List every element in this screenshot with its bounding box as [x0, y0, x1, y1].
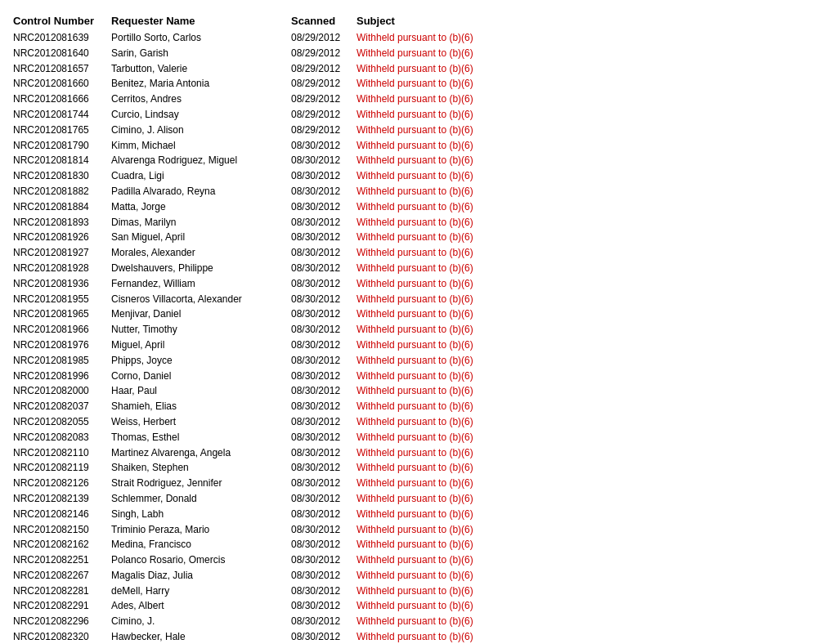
cell-control: NRC2012082037 [13, 399, 111, 414]
table-row: NRC2012081814Alvarenga Rodriguez, Miguel… [13, 153, 821, 168]
cell-scanned: 08/30/2012 [291, 230, 356, 245]
table-row: NRC2012082162Medina, Francisco08/30/2012… [13, 537, 821, 552]
cell-requester: deMell, Harry [111, 584, 291, 599]
records-table: Control Number Requester Name Scanned Su… [13, 13, 821, 644]
cell-requester: Cuadra, Ligi [111, 168, 291, 184]
cell-subject: Withheld pursuant to (b)(6) [356, 261, 821, 276]
header-requester: Requester Name [111, 13, 291, 30]
cell-control: NRC2012082281 [13, 584, 111, 599]
cell-scanned: 08/30/2012 [291, 322, 356, 338]
table-row: NRC2012082296Cimino, J.08/30/2012Withhel… [13, 614, 821, 629]
cell-subject: Withheld pursuant to (b)(6) [356, 76, 821, 92]
table-row: NRC2012081744Curcio, Lindsay08/29/2012Wi… [13, 107, 821, 123]
cell-scanned: 08/29/2012 [291, 92, 356, 107]
cell-scanned: 08/29/2012 [291, 107, 356, 123]
cell-subject: Withheld pursuant to (b)(6) [356, 184, 821, 199]
cell-control: NRC2012081976 [13, 338, 111, 353]
cell-subject: Withheld pursuant to (b)(6) [356, 598, 821, 614]
header-subject: Subject [356, 13, 821, 30]
table-row: NRC2012081976Miguel, April08/30/2012With… [13, 338, 821, 353]
cell-subject: Withheld pursuant to (b)(6) [356, 153, 821, 168]
cell-scanned: 08/30/2012 [291, 138, 356, 154]
cell-requester: Medina, Francisco [111, 537, 291, 552]
cell-control: NRC2012081639 [13, 30, 111, 46]
cell-subject: Withheld pursuant to (b)(6) [356, 476, 821, 491]
table-row: NRC2012082267Magalis Diaz, Julia08/30/20… [13, 568, 821, 584]
cell-subject: Withheld pursuant to (b)(6) [356, 522, 821, 538]
cell-subject: Withheld pursuant to (b)(6) [356, 322, 821, 338]
cell-subject: Withheld pursuant to (b)(6) [356, 107, 821, 123]
cell-requester: Matta, Jorge [111, 199, 291, 215]
table-row: NRC2012082146Singh, Labh08/30/2012Withhe… [13, 507, 821, 522]
cell-subject: Withheld pursuant to (b)(6) [356, 123, 821, 138]
cell-requester: Polanco Rosario, Omercis [111, 552, 291, 568]
cell-scanned: 08/30/2012 [291, 598, 356, 614]
cell-requester: Sarin, Garish [111, 46, 291, 61]
table-row: NRC2012081893Dimas, Marilyn08/30/2012Wit… [13, 215, 821, 230]
cell-requester: Strait Rodriguez, Jennifer [111, 476, 291, 491]
cell-requester: Ades, Albert [111, 598, 291, 614]
cell-requester: Cimino, J. Alison [111, 123, 291, 138]
cell-control: NRC2012081790 [13, 138, 111, 154]
cell-subject: Withheld pursuant to (b)(6) [356, 353, 821, 369]
cell-scanned: 08/30/2012 [291, 261, 356, 276]
table-row: NRC2012082037Shamieh, Elias08/30/2012Wit… [13, 399, 821, 414]
cell-requester: Menjivar, Daniel [111, 306, 291, 322]
cell-control: NRC2012082296 [13, 614, 111, 629]
cell-requester: Cimino, J. [111, 614, 291, 629]
cell-scanned: 08/29/2012 [291, 76, 356, 92]
cell-control: NRC2012082267 [13, 568, 111, 584]
cell-subject: Withheld pursuant to (b)(6) [356, 629, 821, 644]
cell-requester: Corno, Daniel [111, 369, 291, 384]
cell-subject: Withheld pursuant to (b)(6) [356, 276, 821, 292]
cell-control: NRC2012082000 [13, 383, 111, 399]
cell-scanned: 08/30/2012 [291, 245, 356, 261]
table-row: NRC2012082281deMell, Harry08/30/2012With… [13, 584, 821, 599]
cell-subject: Withheld pursuant to (b)(6) [356, 30, 821, 46]
table-row: NRC2012081965Menjivar, Daniel08/30/2012W… [13, 306, 821, 322]
cell-requester: Hawbecker, Hale [111, 629, 291, 644]
cell-requester: Schlemmer, Donald [111, 491, 291, 507]
cell-control: NRC2012081936 [13, 276, 111, 292]
cell-scanned: 08/30/2012 [291, 537, 356, 552]
cell-scanned: 08/30/2012 [291, 445, 356, 461]
table-row: NRC2012081660Benitez, Maria Antonia08/29… [13, 76, 821, 92]
cell-subject: Withheld pursuant to (b)(6) [356, 383, 821, 399]
cell-scanned: 08/30/2012 [291, 568, 356, 584]
cell-subject: Withheld pursuant to (b)(6) [356, 292, 821, 307]
cell-scanned: 08/30/2012 [291, 306, 356, 322]
table-row: NRC2012081996Corno, Daniel08/30/2012With… [13, 369, 821, 384]
cell-subject: Withheld pursuant to (b)(6) [356, 369, 821, 384]
cell-control: NRC2012081893 [13, 215, 111, 230]
cell-requester: Curcio, Lindsay [111, 107, 291, 123]
cell-requester: Thomas, Esthel [111, 430, 291, 445]
cell-control: NRC2012081996 [13, 369, 111, 384]
cell-scanned: 08/30/2012 [291, 338, 356, 353]
table-row: NRC2012082083Thomas, Esthel08/30/2012Wit… [13, 430, 821, 445]
cell-scanned: 08/30/2012 [291, 215, 356, 230]
table-row: NRC2012082055Weiss, Herbert08/30/2012Wit… [13, 414, 821, 430]
cell-requester: Dwelshauvers, Philippe [111, 261, 291, 276]
table-row: NRC2012081884Matta, Jorge08/30/2012Withh… [13, 199, 821, 215]
table-row: NRC2012081790Kimm, Michael08/30/2012With… [13, 138, 821, 154]
cell-subject: Withheld pursuant to (b)(6) [356, 430, 821, 445]
table-row: NRC2012082150Triminio Peraza, Mario08/30… [13, 522, 821, 538]
cell-subject: Withheld pursuant to (b)(6) [356, 445, 821, 461]
cell-requester: Triminio Peraza, Mario [111, 522, 291, 538]
cell-control: NRC2012081927 [13, 245, 111, 261]
cell-control: NRC2012082251 [13, 552, 111, 568]
cell-subject: Withheld pursuant to (b)(6) [356, 92, 821, 107]
cell-requester: Alvarenga Rodriguez, Miguel [111, 153, 291, 168]
cell-scanned: 08/30/2012 [291, 629, 356, 644]
cell-scanned: 08/30/2012 [291, 414, 356, 430]
cell-subject: Withheld pursuant to (b)(6) [356, 245, 821, 261]
cell-scanned: 08/30/2012 [291, 584, 356, 599]
cell-scanned: 08/29/2012 [291, 123, 356, 138]
cell-control: NRC2012082055 [13, 414, 111, 430]
cell-subject: Withheld pursuant to (b)(6) [356, 568, 821, 584]
cell-control: NRC2012081955 [13, 292, 111, 307]
cell-control: NRC2012081966 [13, 322, 111, 338]
cell-requester: Miguel, April [111, 338, 291, 353]
cell-subject: Withheld pursuant to (b)(6) [356, 46, 821, 61]
cell-subject: Withheld pursuant to (b)(6) [356, 537, 821, 552]
